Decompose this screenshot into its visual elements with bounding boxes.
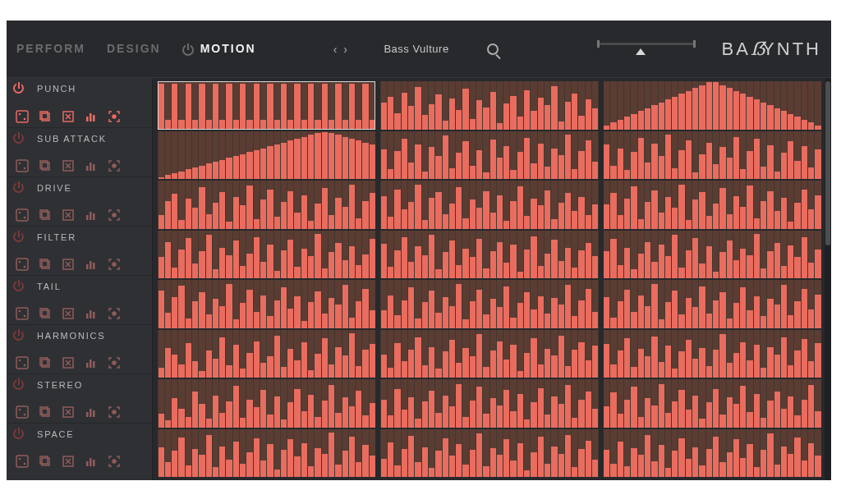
copy-button[interactable]	[38, 355, 53, 370]
param-row-tail: TAIL	[7, 275, 152, 324]
svg-point-26	[24, 217, 26, 219]
param-row-harmonics: HARMONICS	[7, 324, 152, 373]
seq-block[interactable]	[604, 181, 821, 229]
target-button[interactable]	[107, 355, 122, 370]
target-button[interactable]	[107, 257, 122, 272]
seq-block[interactable]	[604, 330, 821, 378]
scrollbar-thumb[interactable]	[825, 81, 830, 245]
bars-button[interactable]	[84, 306, 99, 321]
random-button[interactable]	[15, 454, 30, 469]
svg-point-83	[113, 410, 116, 414]
power-icon[interactable]	[13, 330, 24, 341]
random-button[interactable]	[15, 158, 30, 173]
target-button[interactable]	[107, 109, 122, 124]
clear-button[interactable]	[61, 306, 76, 321]
tab-perform[interactable]: PERFORM	[16, 42, 85, 55]
bars-button[interactable]	[84, 109, 99, 124]
seq-block[interactable]	[604, 131, 821, 180]
target-button[interactable]	[107, 454, 122, 469]
svg-point-35	[113, 213, 116, 217]
bars-button[interactable]	[84, 454, 99, 469]
seq-block[interactable]	[380, 181, 598, 229]
target-button[interactable]	[107, 306, 122, 321]
clear-button[interactable]	[61, 208, 76, 222]
seq-block[interactable]	[604, 379, 821, 428]
bars-button[interactable]	[84, 158, 99, 173]
seq-block[interactable]	[158, 231, 375, 279]
random-button[interactable]	[15, 257, 30, 272]
preset-next-button[interactable]: ›	[340, 43, 351, 56]
power-icon[interactable]	[13, 231, 24, 242]
scrollbar[interactable]	[825, 78, 831, 480]
copy-button[interactable]	[38, 306, 53, 321]
bars-button[interactable]	[84, 405, 99, 419]
seq-block[interactable]	[158, 181, 375, 229]
seq-block[interactable]	[604, 81, 821, 130]
copy-button[interactable]	[38, 208, 53, 222]
param-label: HARMONICS	[37, 331, 105, 341]
bars-button[interactable]	[84, 208, 99, 222]
seq-block[interactable]	[158, 330, 375, 378]
svg-rect-69	[90, 360, 92, 368]
header: PERFORM DESIGN MOTION ‹ › Bass Vulture B…	[7, 21, 831, 78]
seq-block[interactable]	[380, 379, 598, 428]
seq-block[interactable]	[158, 280, 375, 328]
random-button[interactable]	[15, 208, 30, 222]
power-icon[interactable]	[13, 182, 24, 193]
random-button[interactable]	[15, 306, 30, 321]
svg-point-25	[19, 212, 21, 214]
target-button[interactable]	[107, 208, 122, 222]
power-icon[interactable]	[13, 428, 24, 439]
copy-button[interactable]	[38, 405, 53, 419]
tab-design[interactable]: DESIGN	[107, 42, 161, 55]
master-slider[interactable]	[597, 43, 696, 55]
seq-block[interactable]	[380, 81, 598, 130]
seq-block[interactable]	[604, 280, 821, 328]
random-button[interactable]	[15, 405, 30, 419]
preset-prev-button[interactable]: ‹	[330, 43, 341, 56]
random-button[interactable]	[15, 355, 30, 370]
copy-button[interactable]	[38, 257, 53, 272]
clear-button[interactable]	[61, 158, 76, 173]
clear-button[interactable]	[61, 454, 76, 469]
target-button[interactable]	[107, 158, 122, 173]
seq-block[interactable]	[158, 81, 375, 130]
tab-motion[interactable]: MOTION	[182, 42, 256, 55]
search-icon[interactable]	[487, 44, 499, 55]
bars-button[interactable]	[84, 355, 99, 370]
svg-rect-94	[93, 460, 95, 466]
svg-rect-21	[90, 163, 92, 171]
clear-button[interactable]	[61, 257, 76, 272]
power-icon[interactable]	[13, 133, 24, 144]
copy-button[interactable]	[38, 109, 53, 124]
seq-block[interactable]	[380, 131, 598, 180]
power-icon[interactable]	[13, 379, 24, 390]
svg-point-38	[24, 266, 26, 268]
preset-name[interactable]: Bass Vulture	[351, 43, 482, 55]
target-button[interactable]	[107, 405, 122, 419]
seq-block[interactable]	[158, 131, 375, 180]
param-label: STEREO	[37, 380, 83, 390]
seq-block[interactable]	[380, 330, 598, 378]
seq-block[interactable]	[380, 280, 598, 328]
seq-block[interactable]	[604, 231, 821, 279]
power-icon[interactable]	[13, 83, 24, 94]
svg-rect-44	[86, 264, 89, 269]
power-icon[interactable]	[13, 281, 24, 291]
svg-point-85	[19, 458, 21, 460]
bars-button[interactable]	[84, 257, 99, 272]
body: PUNCHSUB ATTACKDRIVEFILTERTAILHARMONICSS…	[7, 78, 831, 480]
seq-block[interactable]	[604, 429, 821, 478]
clear-button[interactable]	[61, 405, 76, 419]
power-icon	[182, 44, 194, 56]
copy-button[interactable]	[38, 158, 53, 173]
seq-block[interactable]	[380, 231, 598, 279]
svg-point-1	[19, 113, 21, 116]
copy-button[interactable]	[38, 454, 53, 469]
clear-button[interactable]	[61, 355, 76, 370]
seq-block[interactable]	[158, 429, 375, 478]
seq-block[interactable]	[158, 379, 375, 428]
seq-block[interactable]	[380, 429, 598, 478]
clear-button[interactable]	[61, 109, 76, 124]
random-button[interactable]	[15, 109, 30, 124]
